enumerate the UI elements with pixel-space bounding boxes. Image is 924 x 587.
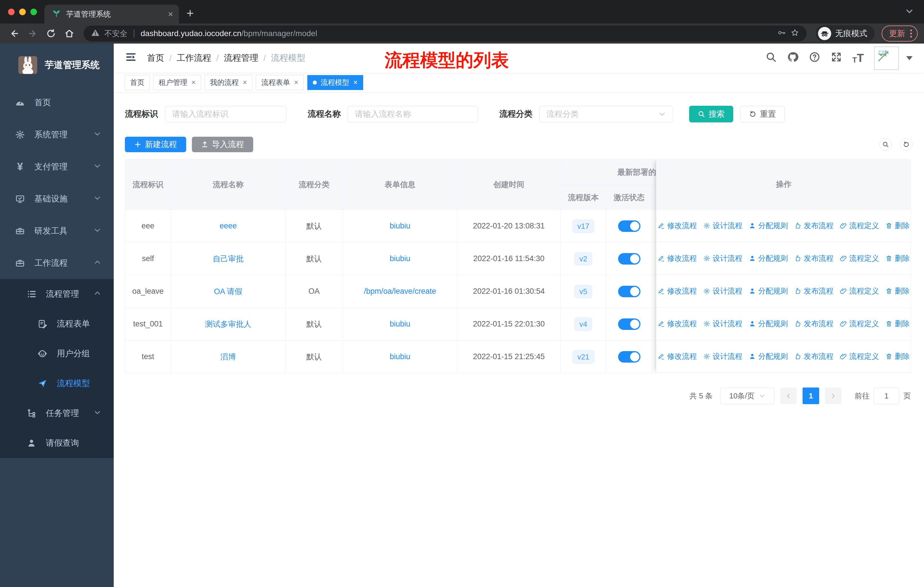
sidebar-item-infra[interactable]: 基础设施 bbox=[0, 183, 114, 215]
maximize-window-button[interactable] bbox=[30, 8, 37, 15]
search-button[interactable]: 搜索 bbox=[689, 106, 733, 122]
font-size-icon[interactable]: TT bbox=[852, 51, 864, 64]
tag-tenant[interactable]: 租户管理× bbox=[153, 75, 201, 90]
logo[interactable]: 芋道管理系统 bbox=[0, 43, 114, 86]
sidebar-item-process-model[interactable]: 流程模型 bbox=[0, 369, 114, 398]
process-definition-link[interactable]: 流程定义 bbox=[840, 253, 879, 263]
form-info-link[interactable]: biubiu bbox=[389, 222, 410, 230]
delete-link[interactable]: 删除 bbox=[885, 319, 910, 329]
tab-close-icon[interactable]: × bbox=[168, 10, 173, 19]
url-bar[interactable]: 不安全 dashboard.yudao.iocoder.cn/bpm/manag… bbox=[84, 25, 807, 41]
refresh-table-button[interactable] bbox=[900, 138, 912, 151]
breadcrumb-item[interactable]: 流程管理 bbox=[224, 52, 258, 64]
current-page[interactable]: 1 bbox=[803, 387, 819, 404]
forward-icon[interactable] bbox=[25, 25, 41, 41]
active-toggle[interactable] bbox=[618, 318, 640, 330]
close-icon[interactable]: × bbox=[243, 78, 247, 87]
modify-process-link[interactable]: 修改流程 bbox=[658, 253, 697, 263]
toggle-search-button[interactable] bbox=[879, 138, 892, 151]
sidebar-item-workflow[interactable]: 工作流程 bbox=[0, 247, 114, 279]
sidebar-item-home[interactable]: 首页 bbox=[0, 86, 114, 119]
url-text[interactable]: dashboard.yudao.iocoder.cn/bpm/manager/m… bbox=[140, 29, 773, 38]
filter-key-input[interactable] bbox=[165, 106, 286, 122]
assign-rule-link[interactable]: 分配规则 bbox=[749, 221, 788, 231]
browser-tab[interactable]: 芋道管理系统 × bbox=[45, 5, 179, 23]
tag-my-process[interactable]: 我的流程× bbox=[205, 75, 252, 90]
active-toggle[interactable] bbox=[618, 286, 640, 297]
sidebar-item-system[interactable]: 系统管理 bbox=[0, 119, 114, 151]
reload-icon[interactable] bbox=[43, 25, 59, 41]
sidebar-item-task-mgmt[interactable]: 任务管理 bbox=[0, 398, 114, 428]
filter-name-input[interactable] bbox=[348, 106, 478, 122]
prev-page-button[interactable] bbox=[780, 387, 797, 404]
process-definition-link[interactable]: 流程定义 bbox=[840, 351, 879, 361]
next-page-button[interactable] bbox=[825, 387, 842, 404]
import-process-button[interactable]: 导入流程 bbox=[192, 137, 253, 152]
sidebar-item-process-mgmt[interactable]: 流程管理 bbox=[0, 279, 114, 309]
design-process-link[interactable]: 设计流程 bbox=[703, 319, 742, 329]
key-icon[interactable] bbox=[777, 28, 786, 39]
sidebar-item-leave-query[interactable]: 请假查询 bbox=[0, 428, 114, 458]
close-icon[interactable]: × bbox=[191, 78, 196, 87]
page-size-select[interactable]: 10条/页 bbox=[720, 387, 774, 404]
tag-process-model[interactable]: 流程模型× bbox=[307, 75, 363, 90]
kebab-menu-icon[interactable] bbox=[910, 30, 912, 38]
assign-rule-link[interactable]: 分配规则 bbox=[749, 319, 788, 329]
sidebar-item-devtools[interactable]: 研发工具 bbox=[0, 215, 114, 247]
create-process-button[interactable]: 新建流程 bbox=[125, 137, 186, 152]
tag-process-form[interactable]: 流程表单× bbox=[256, 75, 304, 90]
home-icon[interactable] bbox=[61, 25, 78, 41]
process-definition-link[interactable]: 流程定义 bbox=[840, 286, 879, 296]
delete-link[interactable]: 删除 bbox=[885, 221, 910, 231]
active-toggle[interactable] bbox=[618, 253, 640, 265]
tab-search-chevron-icon[interactable] bbox=[905, 7, 914, 18]
tag-home[interactable]: 首页 bbox=[125, 75, 150, 90]
assign-rule-link[interactable]: 分配规则 bbox=[749, 286, 788, 296]
form-info-link[interactable]: /bpm/oa/leave/create bbox=[364, 287, 436, 296]
security-label[interactable]: 不安全 bbox=[104, 28, 127, 39]
back-icon[interactable] bbox=[6, 25, 22, 41]
delete-link[interactable]: 删除 bbox=[885, 351, 910, 361]
assign-rule-link[interactable]: 分配规则 bbox=[749, 351, 788, 361]
modify-process-link[interactable]: 修改流程 bbox=[658, 286, 697, 296]
modify-process-link[interactable]: 修改流程 bbox=[658, 351, 697, 361]
publish-process-link[interactable]: 发布流程 bbox=[794, 253, 833, 263]
delete-link[interactable]: 删除 bbox=[885, 286, 910, 296]
process-name-link[interactable]: eeee bbox=[219, 222, 237, 230]
publish-process-link[interactable]: 发布流程 bbox=[794, 221, 833, 231]
publish-process-link[interactable]: 发布流程 bbox=[794, 351, 833, 361]
search-icon[interactable] bbox=[765, 51, 777, 65]
fullscreen-icon[interactable] bbox=[831, 51, 842, 65]
active-toggle[interactable] bbox=[618, 351, 640, 362]
publish-process-link[interactable]: 发布流程 bbox=[794, 286, 833, 296]
design-process-link[interactable]: 设计流程 bbox=[703, 286, 742, 296]
form-info-link[interactable]: biubiu bbox=[389, 319, 410, 329]
close-icon[interactable]: × bbox=[353, 78, 358, 87]
github-icon[interactable] bbox=[787, 51, 799, 65]
publish-process-link[interactable]: 发布流程 bbox=[794, 319, 833, 329]
form-info-link[interactable]: biubiu bbox=[389, 254, 410, 263]
assign-rule-link[interactable]: 分配规则 bbox=[749, 253, 788, 263]
reset-button[interactable]: 重置 bbox=[740, 106, 785, 122]
minimize-window-button[interactable] bbox=[19, 8, 26, 15]
sidebar-item-payment[interactable]: ¥ 支付管理 bbox=[0, 151, 114, 183]
avatar[interactable] bbox=[874, 46, 899, 70]
close-window-button[interactable] bbox=[8, 8, 15, 15]
process-name-link[interactable]: OA 请假 bbox=[214, 286, 242, 297]
update-menu-button[interactable]: 更新 bbox=[882, 25, 918, 41]
process-name-link[interactable]: 自己审批 bbox=[213, 254, 244, 264]
process-name-link[interactable]: 滔博 bbox=[221, 352, 236, 362]
close-icon[interactable]: × bbox=[294, 78, 298, 87]
modify-process-link[interactable]: 修改流程 bbox=[658, 319, 697, 329]
process-name-link[interactable]: 测试多审批人 bbox=[205, 319, 251, 329]
help-icon[interactable] bbox=[809, 51, 820, 65]
goto-page-input[interactable] bbox=[874, 387, 899, 404]
form-info-link[interactable]: biubiu bbox=[389, 352, 410, 361]
filter-category-select[interactable]: 流程分类 bbox=[540, 106, 673, 122]
sidebar-item-process-form[interactable]: 流程表单 bbox=[0, 309, 114, 339]
bookmark-star-icon[interactable] bbox=[790, 28, 799, 39]
process-definition-link[interactable]: 流程定义 bbox=[840, 319, 879, 329]
active-toggle[interactable] bbox=[618, 220, 640, 232]
delete-link[interactable]: 删除 bbox=[885, 253, 910, 263]
breadcrumb-item[interactable]: 工作流程 bbox=[177, 52, 211, 64]
